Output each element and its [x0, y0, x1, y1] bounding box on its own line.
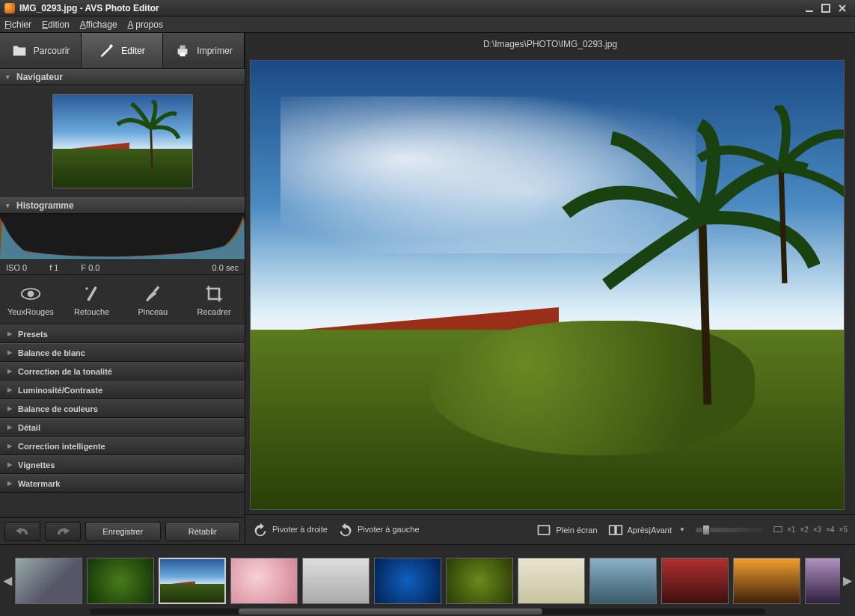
acc-presets[interactable]: ▶Presets: [0, 324, 245, 343]
thumb-item[interactable]: [805, 558, 840, 604]
undo-button[interactable]: [4, 522, 40, 541]
navigator-thumb[interactable]: [52, 94, 193, 188]
rotate-right-button[interactable]: Pivoter à droite: [253, 523, 328, 538]
svg-rect-8: [87, 286, 97, 301]
before-after-label: Après|Avant: [628, 526, 672, 535]
acc-label: Détail: [18, 423, 40, 432]
zoom-thumb[interactable]: [702, 525, 710, 535]
rotate-right-icon: [253, 523, 268, 538]
exif-iso: ISO 0: [6, 263, 27, 272]
folder-icon: [11, 43, 28, 59]
thumb-item[interactable]: [230, 558, 298, 604]
menu-view[interactable]: Affichage: [80, 19, 117, 30]
filmstrip-next[interactable]: ▶: [840, 548, 855, 613]
svg-rect-5: [180, 52, 186, 56]
acc-white-balance[interactable]: ▶Balance de blanc: [0, 343, 245, 362]
navigator-preview[interactable]: [0, 85, 245, 197]
tool-crop[interactable]: Recadrer: [183, 275, 245, 324]
filmstrip-thumbs: [15, 554, 840, 608]
tool-brush[interactable]: Pinceau: [123, 275, 184, 324]
fullscreen-button[interactable]: Plein écran: [536, 523, 597, 538]
zoom-3x[interactable]: ×3: [813, 526, 821, 534]
acc-label: Vignettes: [18, 461, 55, 469]
thumb-item[interactable]: [661, 558, 729, 604]
rotate-left-label: Pivoter à gauche: [358, 525, 420, 534]
file-path: D:\Images\PHOTO\IMG_0293.jpg: [245, 33, 855, 55]
thumb-item[interactable]: [15, 558, 82, 604]
scrollbar-thumb[interactable]: [239, 609, 542, 615]
maximize-button[interactable]: [818, 2, 834, 14]
section-navigator-header[interactable]: ▾ Navigateur: [0, 69, 245, 85]
thumb-item[interactable]: [733, 558, 800, 604]
tool-redeye-label: YeuxRouges: [7, 307, 54, 316]
thumb-item-selected[interactable]: [159, 558, 226, 604]
zoom-4x[interactable]: ×4: [826, 526, 834, 534]
svg-rect-1: [822, 4, 830, 12]
thumb-item[interactable]: [302, 558, 370, 604]
eye-icon: [20, 283, 41, 304]
brush-icon: [142, 283, 163, 304]
exif-row: ISO 0 f 1 F 0.0 0.0 sec: [0, 260, 245, 275]
thumb-item[interactable]: [446, 558, 513, 604]
acc-color-balance[interactable]: ▶Balance de couleurs: [0, 399, 245, 418]
tool-crop-label: Recadrer: [197, 307, 231, 316]
mode-tabs: Parcourir Editer Imprimer: [0, 33, 245, 69]
tab-print-label: Imprimer: [197, 46, 232, 56]
tool-retouch[interactable]: Retouche: [61, 275, 123, 324]
filmstrip-scrollbar[interactable]: [90, 609, 765, 615]
zoom-slider[interactable]: [696, 528, 763, 532]
section-histogram-header[interactable]: ▾ Histogramme: [0, 197, 245, 214]
save-button[interactable]: Enregistrer: [85, 522, 161, 541]
exif-fnumber: F 0.0: [81, 263, 99, 272]
zoom-steps: ×1 ×2 ×3 ×4 ×5: [773, 526, 848, 534]
rotate-left-icon: [338, 523, 353, 538]
svg-rect-12: [609, 526, 615, 535]
fit-screen-icon[interactable]: [773, 526, 782, 533]
before-after-button[interactable]: Après|Avant ▼: [608, 523, 685, 538]
thumb-item[interactable]: [87, 558, 154, 604]
section-navigator-label: Navigateur: [16, 72, 63, 82]
acc-vignettes[interactable]: ▶Vignettes: [0, 455, 245, 474]
zoom-2x[interactable]: ×2: [800, 526, 808, 534]
zoom-5x[interactable]: ×5: [839, 526, 848, 534]
tab-print[interactable]: Imprimer: [163, 33, 245, 68]
acc-tone-correction[interactable]: ▶Correction de la tonalité: [0, 362, 245, 381]
rotate-left-button[interactable]: Pivoter à gauche: [338, 523, 420, 538]
fullscreen-label: Plein écran: [556, 526, 597, 535]
menu-about[interactable]: A propos: [128, 19, 163, 30]
svg-rect-14: [774, 527, 782, 532]
menu-edit[interactable]: Edition: [42, 19, 70, 30]
filmstrip-prev[interactable]: ◀: [0, 548, 15, 613]
svg-point-7: [28, 290, 34, 297]
acc-watermark[interactable]: ▶Watermark: [0, 474, 245, 493]
zoom-1x[interactable]: ×1: [787, 526, 795, 534]
menu-file[interactable]: Fichier: [4, 19, 31, 30]
printer-icon: [174, 43, 191, 59]
minimize-button[interactable]: [801, 2, 818, 14]
thumb-item[interactable]: [374, 558, 441, 604]
redo-button[interactable]: [45, 522, 81, 541]
acc-brightness-contrast[interactable]: ▶Luminosité/Contraste: [0, 381, 245, 399]
tool-redeye[interactable]: YeuxRouges: [0, 275, 61, 324]
thumb-item[interactable]: [518, 558, 585, 604]
adjustments-accordion: ▶Presets ▶Balance de blanc ▶Correction d…: [0, 324, 245, 517]
acc-label: Balance de blanc: [18, 348, 85, 357]
tab-browse[interactable]: Parcourir: [0, 33, 82, 68]
tab-edit[interactable]: Editer: [82, 33, 163, 68]
revert-button[interactable]: Rétablir: [165, 522, 241, 541]
titlebar: IMG_0293.jpg - AVS Photo Editor: [0, 0, 855, 16]
chevron-down-icon: ▼: [679, 526, 685, 533]
acc-detail[interactable]: ▶Détail: [0, 418, 245, 437]
chevron-down-icon: ▾: [6, 202, 12, 209]
close-button[interactable]: [834, 2, 851, 14]
tool-retouch-label: Retouche: [74, 307, 109, 316]
image-canvas[interactable]: [250, 60, 845, 510]
app-icon: [4, 3, 15, 13]
menubar: Fichier Edition Affichage A propos: [0, 16, 855, 33]
fullscreen-icon: [536, 523, 551, 538]
acc-smart-correction[interactable]: ▶Correction intelligente: [0, 437, 245, 455]
histogram: [0, 214, 245, 260]
bottom-toolbar: Pivoter à droite Pivoter à gauche Plein …: [245, 514, 855, 544]
thumb-item[interactable]: [589, 558, 657, 604]
svg-rect-13: [616, 526, 622, 535]
